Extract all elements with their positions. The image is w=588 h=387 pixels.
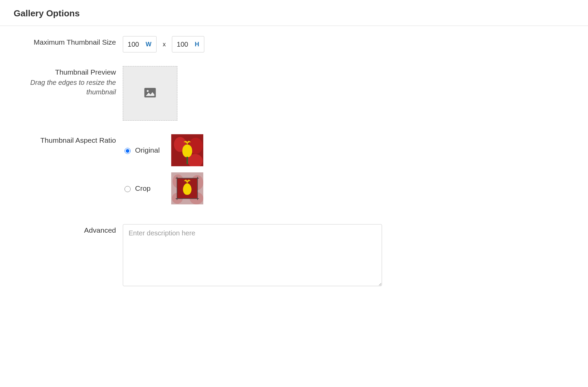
label-advanced: Advanced [14, 224, 123, 234]
label-thumbnail-preview: Thumbnail Preview [14, 68, 116, 76]
aspect-label-original: Original [135, 146, 168, 154]
aspect-radio-crop[interactable] [124, 186, 131, 192]
gallery-options-panel: Gallery Options Maximum Thumbnail Size W… [0, 0, 588, 315]
aspect-radio-original[interactable] [124, 148, 131, 154]
thumbnail-width-input[interactable] [123, 41, 144, 48]
section-title: Gallery Options [14, 8, 574, 19]
thumbnail-width-box: W [123, 36, 157, 52]
aspect-option-crop[interactable]: Crop [123, 172, 382, 204]
aspect-thumb-crop [171, 172, 203, 204]
height-letter: H [193, 41, 199, 48]
width-letter: W [144, 41, 151, 48]
dimension-separator: x [163, 41, 166, 48]
thumbnail-height-box: H [172, 36, 204, 52]
row-aspect-ratio: Thumbnail Aspect Ratio Original [14, 134, 382, 211]
aspect-options: Original [123, 134, 382, 204]
form-area: Maximum Thumbnail Size W x H Thum [0, 26, 396, 315]
aspect-label-crop: Crop [135, 184, 168, 192]
hint-thumbnail-preview: Drag the edges to resize the thumbnail [14, 78, 116, 97]
thumbnail-size-inputs: W x H [123, 36, 382, 52]
aspect-option-original[interactable]: Original [123, 134, 382, 166]
thumbnail-height-input[interactable] [172, 41, 193, 48]
label-aspect-ratio: Thumbnail Aspect Ratio [14, 134, 123, 144]
row-max-thumbnail-size: Maximum Thumbnail Size W x H [14, 36, 382, 52]
image-placeholder-icon [144, 88, 156, 99]
svg-rect-6 [187, 157, 188, 164]
label-max-thumbnail-size: Maximum Thumbnail Size [14, 36, 123, 46]
row-thumbnail-preview: Thumbnail Preview Drag the edges to resi… [14, 66, 382, 121]
label-col-preview: Thumbnail Preview Drag the edges to resi… [14, 66, 123, 97]
row-advanced: Advanced [14, 224, 382, 288]
thumbnail-preview-box[interactable] [123, 66, 177, 121]
aspect-thumb-original [171, 134, 203, 166]
advanced-textarea[interactable] [123, 224, 382, 286]
svg-point-1 [147, 90, 149, 92]
section-header: Gallery Options [0, 0, 588, 26]
